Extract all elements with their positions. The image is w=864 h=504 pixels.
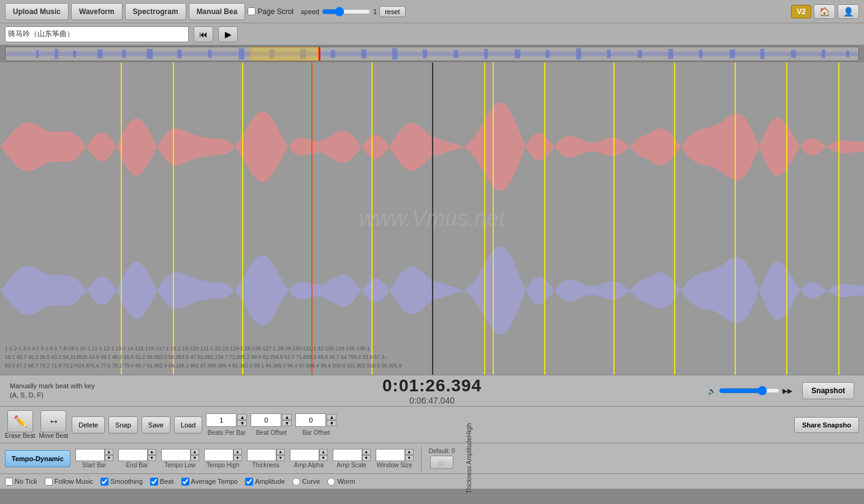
smoothing-text: Smoothing	[110, 478, 143, 485]
smoothing-label[interactable]: Smoothing	[100, 478, 143, 486]
svg-rect-5	[97, 50, 102, 59]
beats-per-bar-arrows: ▲ ▼	[237, 414, 247, 426]
window-size-up[interactable]: ▲	[405, 449, 414, 455]
amp-scale-group: ▲ ▼ Amp Scale	[333, 449, 371, 468]
tempo-high-up[interactable]: ▲	[233, 449, 242, 455]
follow-music-label[interactable]: Follow Music	[45, 478, 94, 486]
beats-per-bar-down[interactable]: ▼	[237, 420, 247, 426]
thickness-input[interactable]	[247, 449, 276, 461]
track-name-input[interactable]	[5, 26, 189, 42]
follow-music-text: Follow Music	[55, 478, 94, 485]
svg-rect-25	[699, 50, 703, 58]
total-time: 0:06:47.040	[382, 396, 482, 405]
erase-beat-button[interactable]: ✏️	[7, 410, 33, 432]
svg-rect-26	[730, 50, 735, 59]
svg-rect-4	[73, 51, 76, 58]
end-bar-down[interactable]: ▼	[148, 455, 156, 461]
upload-music-button[interactable]: Upload Music	[5, 3, 69, 20]
start-bar-input[interactable]	[75, 449, 105, 461]
no-tick-checkbox[interactable]	[5, 478, 13, 486]
bar-offset-down[interactable]: ▼	[327, 420, 336, 426]
tempo-high-down[interactable]: ▼	[233, 455, 242, 461]
window-size-down[interactable]: ▼	[405, 455, 414, 461]
load-button[interactable]: Load	[174, 416, 202, 434]
amp-alpha-up[interactable]: ▲	[319, 449, 328, 455]
svg-rect-24	[669, 49, 673, 59]
speed-slider[interactable]	[322, 7, 371, 17]
worm-label[interactable]: Worm	[327, 478, 355, 486]
window-size-label: Window Size	[377, 462, 412, 468]
end-bar-input[interactable]	[118, 449, 148, 461]
tempo-low-down[interactable]: ▼	[191, 455, 199, 461]
average-tempo-label[interactable]: Average Tempo	[181, 478, 238, 486]
follow-music-checkbox[interactable]	[45, 478, 53, 486]
amplitude-label[interactable]: Amplitude	[245, 478, 285, 486]
beats-per-bar-input[interactable]	[206, 413, 237, 427]
snapshot-button[interactable]: Snapshot	[802, 382, 854, 399]
waveform-area[interactable]: www.Vmus.net 1-1 2-1 3-1 4-1 5-1 6-1 7-8…	[0, 62, 864, 375]
tempo-low-up[interactable]: ▲	[191, 449, 199, 455]
share-snapshot-button[interactable]: Share Snapsho	[794, 417, 859, 433]
start-bar-up[interactable]: ▲	[105, 449, 113, 455]
beat-offset-input[interactable]	[251, 413, 281, 427]
start-bar-down[interactable]: ▼	[105, 455, 113, 461]
curve-label[interactable]: Curve	[292, 478, 320, 486]
play-button[interactable]: ▶	[218, 26, 238, 42]
save-button[interactable]: Save	[142, 416, 170, 434]
speed-value: 1	[373, 8, 377, 15]
page-scroll-checkbox-label[interactable]: Page Scrol	[248, 7, 294, 16]
v2-button[interactable]: V2	[791, 5, 811, 18]
bar-offset-input[interactable]	[295, 413, 326, 427]
average-tempo-checkbox[interactable]	[181, 478, 189, 486]
tempo-high-input[interactable]	[204, 449, 233, 461]
beats-per-bar-label: Beats Per Bar	[208, 429, 246, 436]
move-beat-button[interactable]: ↔️	[40, 410, 66, 432]
curve-text: Curve	[302, 478, 320, 485]
overview-waveform[interactable]	[5, 47, 859, 61]
amplitude-checkbox[interactable]	[245, 478, 253, 486]
no-tick-label[interactable]: No Tick	[5, 478, 37, 486]
beats-per-bar-spinner: ▲ ▼	[206, 413, 247, 427]
beat-offset-up[interactable]: ▲	[282, 414, 292, 420]
worm-radio[interactable]	[327, 478, 335, 486]
bar-offset-up[interactable]: ▲	[327, 414, 336, 420]
amp-alpha-input[interactable]	[290, 449, 319, 461]
tempo-low-input[interactable]	[161, 449, 191, 461]
volume-slider[interactable]	[719, 386, 780, 396]
svg-rect-6	[122, 50, 126, 58]
go-button[interactable]: go	[430, 456, 453, 469]
smoothing-checkbox[interactable]	[100, 478, 108, 486]
go-to-start-button[interactable]: ⏮	[194, 26, 213, 42]
amp-scale-up[interactable]: ▲	[362, 449, 371, 455]
curve-radio[interactable]	[292, 478, 300, 486]
amp-alpha-down[interactable]: ▼	[319, 455, 328, 461]
thickness-up[interactable]: ▲	[276, 449, 285, 455]
high-label: High	[465, 423, 472, 437]
amp-scale-down[interactable]: ▼	[362, 455, 371, 461]
snap-button[interactable]: Snap	[108, 416, 138, 434]
spectrogram-button[interactable]: Spectrogram	[125, 3, 186, 20]
svg-rect-23	[637, 50, 642, 58]
svg-rect-21	[576, 48, 581, 59]
reset-button[interactable]: reset	[379, 6, 405, 17]
beats-per-bar-up[interactable]: ▲	[237, 414, 247, 420]
end-bar-up[interactable]: ▲	[148, 449, 156, 455]
tempo-high-label: Tempo High	[207, 462, 239, 468]
beat-offset-down[interactable]: ▼	[282, 420, 292, 426]
page-scroll-checkbox[interactable]	[248, 7, 256, 15]
amp-scale-input[interactable]	[333, 449, 362, 461]
beat-checkbox[interactable]	[150, 478, 158, 486]
volume-right-icon: ▶▶	[783, 387, 792, 395]
manual-beat-button[interactable]: Manual Bea	[189, 3, 246, 20]
delete-button[interactable]: Delete	[72, 416, 105, 434]
window-size-input[interactable]	[376, 449, 405, 461]
waveform-button[interactable]: Waveform	[71, 3, 123, 20]
user-icon-button[interactable]: 👤	[838, 4, 859, 19]
speed-area: speed 1 reset	[301, 6, 406, 17]
status-bar: Manually mark beat with key (A, S, D, F)…	[0, 375, 864, 407]
tempo-dynamic-button[interactable]: Tempo-Dynamic	[5, 450, 70, 467]
beat-label[interactable]: Beat	[150, 478, 174, 486]
save-icon-button[interactable]: 🏠	[814, 4, 835, 19]
thickness-down[interactable]: ▼	[276, 455, 285, 461]
end-bar-label: End Bar	[126, 462, 148, 468]
